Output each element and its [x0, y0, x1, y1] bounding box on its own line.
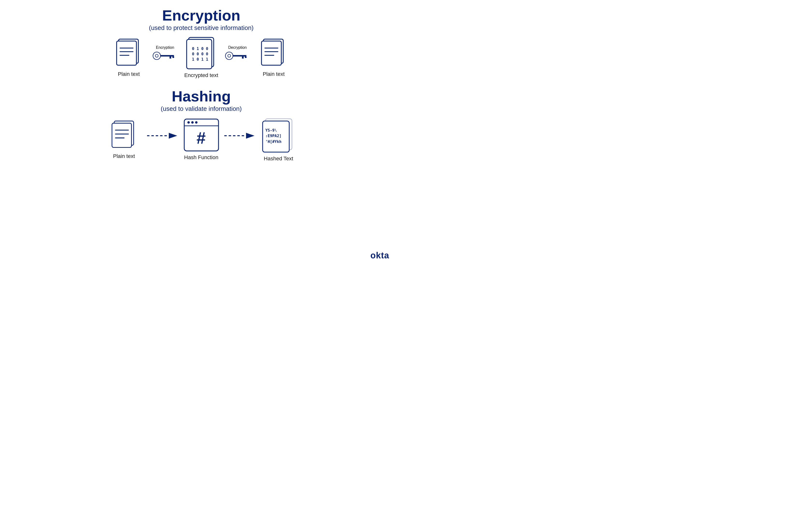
encryption-arrow-container: Encryption	[151, 45, 180, 69]
hash-function-item: # Hash Function	[180, 118, 223, 160]
svg-rect-26	[112, 124, 131, 148]
svg-marker-39	[246, 133, 254, 139]
hashing-plain-text: Plain text	[102, 119, 146, 159]
svg-text::E9PA2]: :E9PA2]	[265, 134, 281, 138]
svg-point-6	[155, 54, 158, 57]
svg-rect-21	[262, 41, 281, 65]
decryption-dashed-arrow	[223, 50, 252, 62]
hashing-section: Hashing (used to validate information) P…	[9, 88, 393, 162]
svg-point-36	[195, 121, 197, 124]
encryption-plain-text-left: Plain text	[107, 37, 151, 77]
svg-rect-7	[160, 55, 174, 57]
encryption-subtitle: (used to protect sensitive information)	[149, 24, 254, 32]
svg-rect-17	[232, 55, 246, 57]
hashed-text-icon: YS-9\ :E9PA2] 'H[#Ykh	[262, 117, 295, 153]
svg-point-16	[228, 54, 231, 57]
svg-text:1 0 1 1: 1 0 1 1	[192, 57, 208, 61]
hashing-plain-text-label: Plain text	[113, 153, 135, 159]
decryption-arrow-container: Decryption	[223, 45, 252, 69]
encryption-section: Encryption (used to protect sensitive in…	[9, 7, 393, 78]
hashing-arrow-1	[146, 129, 180, 150]
svg-rect-1	[117, 41, 136, 65]
decryption-key-label: Decryption	[228, 45, 247, 50]
svg-rect-9	[172, 57, 174, 58]
encryption-key-label: Encryption	[156, 45, 174, 50]
plain-text-doc-icon-right	[261, 37, 287, 69]
okta-logo: okta	[370, 250, 389, 261]
hashing-plain-text-icon	[111, 119, 137, 151]
svg-marker-31	[169, 133, 177, 139]
hash-function-label: Hash Function	[184, 154, 218, 160]
svg-rect-19	[245, 57, 247, 58]
encryption-dashed-arrow	[151, 50, 180, 62]
svg-text:YS-9\: YS-9\	[265, 128, 277, 133]
encryption-plain-text-right: Plain text	[252, 37, 295, 77]
hashing-title: Hashing	[172, 88, 231, 104]
svg-rect-18	[242, 57, 244, 58]
encryption-plain-text-right-label: Plain text	[263, 71, 285, 77]
svg-text:#: #	[196, 129, 206, 147]
plain-text-doc-icon-left	[116, 37, 142, 69]
hashing-subtitle: (used to validate information)	[161, 105, 242, 113]
hashing-diagram-row: Plain text	[9, 117, 393, 162]
svg-rect-8	[170, 57, 171, 58]
hashed-text-label: Hashed Text	[264, 155, 293, 162]
hash-function-icon: #	[183, 118, 219, 152]
svg-point-34	[187, 121, 190, 124]
page: Encryption (used to protect sensitive in…	[0, 0, 402, 266]
encrypted-text-icon: 0 1 0 0 0 0 0 0 1 0 1 1	[186, 36, 217, 70]
encryption-title: Encryption	[162, 7, 241, 24]
svg-text:0 1 0 0: 0 1 0 0	[192, 46, 208, 51]
encrypted-text-label: Encrypted text	[184, 72, 218, 78]
hashed-text-item: YS-9\ :E9PA2] 'H[#Ykh Hashed Text	[257, 117, 300, 162]
encryption-diagram-row: Plain text Encryption	[9, 36, 393, 78]
svg-point-35	[191, 121, 194, 124]
encryption-plain-text-left-label: Plain text	[118, 71, 140, 77]
svg-text:0 0 0 0: 0 0 0 0	[192, 52, 208, 56]
hashing-arrow-2	[223, 129, 257, 150]
encrypted-text-item: 0 1 0 0 0 0 0 0 1 0 1 1 Encrypted text	[180, 36, 223, 78]
svg-text:'H[#Ykh: 'H[#Ykh	[265, 139, 281, 144]
